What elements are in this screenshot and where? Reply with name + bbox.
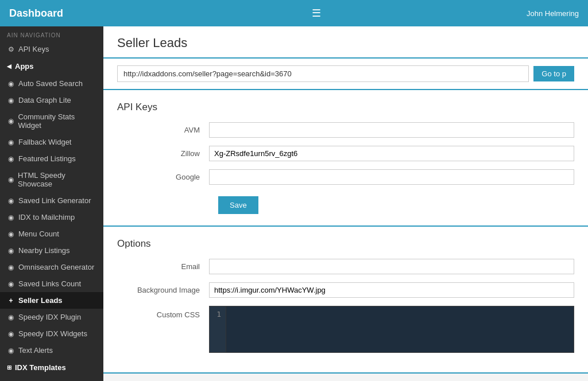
sidebar-item-label: Fallback Widget (18, 138, 71, 146)
custom-css-row: Custom CSS 1 (117, 306, 574, 353)
email-row: Email (117, 259, 574, 274)
api-keys-section-title: API Keys (117, 102, 574, 113)
go-to-button[interactable]: Go to p (533, 66, 574, 81)
seller-leads-icon: + (7, 297, 15, 305)
sidebar-item-nearby-listings[interactable]: ◉ Nearby Listings (0, 242, 103, 259)
page-header: Seller Leads (103, 26, 588, 59)
custom-css-input[interactable] (226, 306, 574, 352)
background-image-row: Background Image (117, 282, 574, 298)
google-input[interactable] (209, 169, 574, 185)
sidebar-item-speedy-idx-widgets[interactable]: ◉ Speedy IDX Widgets (0, 325, 103, 342)
sidebar-item-omnisearch-generator[interactable]: ◉ Omnisearch Generator (0, 259, 103, 275)
hamburger-icon[interactable]: ☰ (312, 7, 321, 20)
nearby-listings-icon: ◉ (7, 247, 15, 255)
sidebar-item-featured-listings[interactable]: ◉ Featured Listings (0, 150, 103, 167)
text-alerts-icon: ◉ (7, 347, 15, 355)
idx-templates-icon: ⊞ (7, 364, 11, 371)
top-bar: Dashboard ☰ John Helmering (0, 0, 588, 26)
sidebar-group-apps[interactable]: ◀ Apps (0, 57, 103, 75)
sidebar-item-label: Auto Saved Search (18, 79, 83, 88)
avm-row: AVM (117, 122, 574, 138)
sidebar-item-label: Saved Link Generator (18, 196, 91, 205)
page-title: Seller Leads (117, 36, 574, 50)
sidebar-group-idx-templates[interactable]: ⊞ IDX Templates (0, 359, 103, 376)
speedy-idx-widgets-icon: ◉ (7, 330, 15, 338)
sidebar-item-label: Featured Listings (18, 154, 76, 163)
speedy-idx-plugin-icon: ◉ (7, 313, 15, 321)
saved-links-count-icon: ◉ (7, 280, 15, 288)
main-content: Seller Leads Go to p API Keys AVM Zillow… (103, 26, 588, 381)
sidebar-item-community-stats[interactable]: ◉ Community Stats Widget (0, 108, 103, 134)
community-stats-icon: ◉ (7, 117, 14, 125)
sidebar-item-saved-link-generator[interactable]: ◉ Saved Link Generator (0, 192, 103, 209)
line-number: 1 (210, 306, 226, 352)
sidebar-item-label: API Keys (18, 45, 49, 53)
zillow-label: Zillow (117, 146, 209, 158)
sidebar-item-label: Text Alerts (18, 346, 53, 355)
sidebar-item-label: IDX to Mailchimp (18, 213, 75, 221)
sidebar-item-label: Menu Count (18, 230, 59, 238)
api-keys-section: API Keys AVM Zillow Google Save (103, 90, 588, 227)
omnisearch-icon: ◉ (7, 263, 15, 271)
zillow-input[interactable] (209, 146, 574, 161)
sidebar-item-label: Omnisearch Generator (18, 263, 94, 271)
idx-mailchimp-icon: ◉ (7, 213, 15, 221)
sidebar-item-idx-mailchimp[interactable]: ◉ IDX to Mailchimp (0, 209, 103, 226)
html-speedy-icon: ◉ (7, 176, 14, 184)
apps-chevron-icon: ◀ (7, 63, 11, 69)
sidebar-item-label: Saved Links Count (18, 279, 81, 288)
sidebar-item-text-alerts[interactable]: ◉ Text Alerts (0, 342, 103, 359)
save-button[interactable]: Save (218, 196, 258, 214)
menu-count-icon: ◉ (7, 230, 15, 238)
sidebar-item-fallback-widget[interactable]: ◉ Fallback Widget (0, 134, 103, 150)
sidebar-item-label: HTML Speedy Showcase (18, 171, 96, 188)
sidebar: AIN NAVIGATION ⚙ API Keys ◀ Apps ◉ Auto … (0, 26, 103, 381)
google-label: Google (117, 169, 209, 181)
sidebar-item-leads[interactable]: ◉ Leads (0, 376, 103, 381)
user-name: John Helmering (527, 9, 579, 18)
fallback-widget-icon: ◉ (7, 138, 15, 146)
sidebar-item-label: Data Graph Lite (18, 96, 71, 104)
avm-input[interactable] (209, 122, 574, 138)
avm-label: AVM (117, 122, 209, 134)
sidebar-item-data-graph-lite[interactable]: ◉ Data Graph Lite (0, 92, 103, 108)
data-graph-icon: ◉ (7, 96, 15, 104)
url-bar-row: Go to p (103, 59, 588, 90)
sidebar-group-label-text: IDX Templates (15, 363, 66, 372)
email-label: Email (117, 259, 209, 271)
sidebar-item-html-speedy-showcase[interactable]: ◉ HTML Speedy Showcase (0, 167, 103, 192)
saved-link-gen-icon: ◉ (7, 197, 15, 205)
email-input[interactable] (209, 259, 574, 274)
api-keys-icon: ⚙ (7, 45, 15, 53)
sidebar-item-label: Seller Leads (18, 296, 63, 305)
background-image-label: Background Image (117, 282, 209, 294)
sidebar-item-seller-leads[interactable]: + Seller Leads (0, 292, 103, 309)
sidebar-section-label: AIN NAVIGATION (0, 26, 103, 41)
sidebar-item-menu-count[interactable]: ◉ Menu Count (0, 226, 103, 242)
brand-logo: Dashboard (9, 7, 107, 20)
sidebar-item-label: Speedy IDX Widgets (18, 329, 87, 338)
sidebar-item-label: Nearby Listings (18, 246, 70, 255)
auto-saved-icon: ◉ (7, 80, 15, 88)
sidebar-item-auto-saved-search[interactable]: ◉ Auto Saved Search (0, 75, 103, 92)
sidebar-item-api-keys[interactable]: ⚙ API Keys (0, 41, 103, 57)
options-section-title: Options (117, 238, 574, 250)
custom-css-label: Custom CSS (117, 306, 209, 319)
sidebar-item-saved-links-count[interactable]: ◉ Saved Links Count (0, 275, 103, 292)
sidebar-item-label: Speedy IDX Plugin (18, 313, 81, 321)
sidebar-item-speedy-idx-plugin[interactable]: ◉ Speedy IDX Plugin (0, 309, 103, 325)
options-section: Options Email Background Image Custom CS… (103, 227, 588, 374)
sidebar-item-label: Community Stats Widget (18, 112, 96, 130)
sidebar-group-label-text: Apps (15, 62, 34, 71)
url-input[interactable] (117, 65, 529, 82)
background-image-input[interactable] (209, 282, 574, 298)
google-row: Google (117, 169, 574, 185)
featured-listings-icon: ◉ (7, 155, 15, 163)
zillow-row: Zillow (117, 146, 574, 161)
